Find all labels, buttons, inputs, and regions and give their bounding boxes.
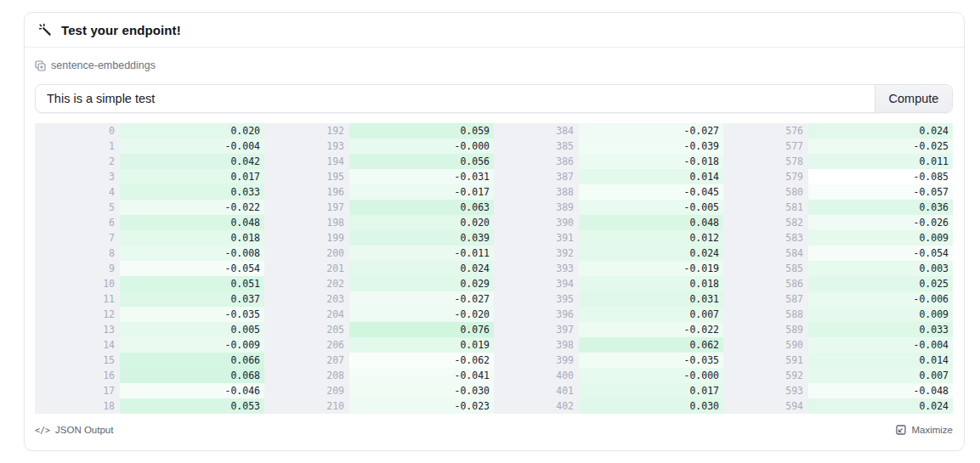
embedding-value-cell: -0.027 xyxy=(349,291,494,307)
embedding-index-cell: 389 xyxy=(494,200,579,215)
embedding-value-cell: -0.041 xyxy=(349,368,494,383)
embedding-index-cell: 209 xyxy=(264,383,349,398)
embedding-value-cell: -0.031 xyxy=(349,169,494,184)
embedding-index-cell: 384 xyxy=(494,123,579,138)
embedding-value-cell: 0.007 xyxy=(808,368,953,383)
compute-button[interactable]: Compute xyxy=(875,85,952,112)
embedding-index-cell: 3 xyxy=(35,169,120,184)
embedding-value-cell: -0.027 xyxy=(579,123,723,138)
embedding-value-cell: 0.011 xyxy=(808,154,953,169)
embedding-value-cell: -0.017 xyxy=(349,184,494,200)
embedding-value-cell: -0.004 xyxy=(808,337,953,353)
embedding-index-cell: 0 xyxy=(35,123,120,138)
embedding-value-cell: 0.056 xyxy=(349,154,494,169)
embedding-value-cell: 0.009 xyxy=(808,230,953,246)
embedding-value-cell: 0.018 xyxy=(579,276,723,291)
embedding-value-cell: -0.004 xyxy=(120,138,264,154)
embedding-index-cell: 4 xyxy=(35,184,120,200)
embedding-value-cell: -0.026 xyxy=(808,215,953,230)
embedding-value-cell: 0.007 xyxy=(579,307,723,322)
embedding-index-cell: 15 xyxy=(35,353,120,368)
embedding-value-cell: 0.048 xyxy=(120,215,264,230)
maximize-button[interactable]: Maximize xyxy=(896,425,953,435)
embedding-index-cell: 18 xyxy=(35,398,120,414)
embedding-value-cell: 0.066 xyxy=(120,353,264,368)
embedding-index-cell: 206 xyxy=(264,337,349,353)
model-name: sentence-embeddings xyxy=(51,59,156,71)
embedding-index-cell: 388 xyxy=(494,184,579,200)
embedding-value-cell: -0.023 xyxy=(349,398,494,414)
embedding-value-cell: 0.042 xyxy=(120,154,264,169)
embedding-index-cell: 17 xyxy=(35,383,120,398)
json-output-toggle[interactable]: </> JSON Output xyxy=(35,425,113,435)
embedding-value-cell: 0.030 xyxy=(579,398,723,414)
embedding-index-cell: 392 xyxy=(494,246,579,261)
embedding-value-cell: 0.017 xyxy=(579,383,723,398)
embedding-index-cell: 9 xyxy=(35,261,120,276)
embedding-value-cell: -0.045 xyxy=(579,184,723,200)
endpoint-test-widget: Test your endpoint! sentence-embeddings … xyxy=(24,12,965,451)
embedding-value-cell: 0.018 xyxy=(120,230,264,246)
embedding-index-cell: 205 xyxy=(264,322,349,337)
embedding-value-cell: -0.020 xyxy=(349,307,494,322)
maximize-label: Maximize xyxy=(911,425,953,435)
maximize-icon xyxy=(896,425,906,435)
embedding-index-cell: 10 xyxy=(35,276,120,291)
embedding-index-cell: 585 xyxy=(723,261,808,276)
embedding-value-cell: -0.035 xyxy=(579,353,723,368)
embedding-index-cell: 390 xyxy=(494,215,579,230)
embedding-index-cell: 578 xyxy=(723,154,808,169)
embedding-value-cell: -0.008 xyxy=(120,246,264,261)
query-input[interactable] xyxy=(36,85,875,112)
embedding-index-cell: 393 xyxy=(494,261,579,276)
embedding-index-cell: 594 xyxy=(723,398,808,414)
embedding-value-cell: 0.014 xyxy=(579,169,723,184)
embedding-value-cell: 0.025 xyxy=(808,276,953,291)
embedding-value-cell: -0.009 xyxy=(120,337,264,353)
embeddings-output-table[interactable]: 00.0201920.059384-0.0275760.0241-0.00419… xyxy=(35,123,953,414)
embedding-value-cell: 0.029 xyxy=(349,276,494,291)
embedding-value-cell: -0.030 xyxy=(349,383,494,398)
embedding-index-cell: 592 xyxy=(723,368,808,383)
embedding-index-cell: 386 xyxy=(494,154,579,169)
embedding-index-cell: 395 xyxy=(494,291,579,307)
embedding-index-cell: 192 xyxy=(264,123,349,138)
embedding-index-cell: 14 xyxy=(35,337,120,353)
embedding-index-cell: 193 xyxy=(264,138,349,154)
embedding-index-cell: 194 xyxy=(264,154,349,169)
widget-footer: </> JSON Output Maximize xyxy=(25,425,964,450)
embedding-index-cell: 198 xyxy=(264,215,349,230)
embedding-value-cell: -0.000 xyxy=(349,138,494,154)
embedding-value-cell: 0.020 xyxy=(349,215,494,230)
embedding-index-cell: 196 xyxy=(264,184,349,200)
query-form: Compute xyxy=(35,84,953,113)
embedding-index-cell: 2 xyxy=(35,154,120,169)
embedding-value-cell: 0.024 xyxy=(579,246,723,261)
embedding-index-cell: 402 xyxy=(494,398,579,414)
embedding-index-cell: 5 xyxy=(35,200,120,215)
embedding-value-cell: 0.005 xyxy=(120,322,264,337)
model-link[interactable]: sentence-embeddings xyxy=(35,59,156,71)
embedding-index-cell: 200 xyxy=(264,246,349,261)
embedding-index-cell: 580 xyxy=(723,184,808,200)
embedding-value-cell: 0.031 xyxy=(579,291,723,307)
embedding-index-cell: 398 xyxy=(494,337,579,353)
embedding-index-cell: 391 xyxy=(494,230,579,246)
embedding-value-cell: 0.076 xyxy=(349,322,494,337)
embedding-value-cell: -0.054 xyxy=(808,246,953,261)
embedding-value-cell: -0.006 xyxy=(808,291,953,307)
embedding-value-cell: -0.025 xyxy=(808,138,953,154)
embedding-value-cell: -0.019 xyxy=(579,261,723,276)
embedding-index-cell: 576 xyxy=(723,123,808,138)
embedding-index-cell: 204 xyxy=(264,307,349,322)
embedding-index-cell: 587 xyxy=(723,291,808,307)
embedding-index-cell: 199 xyxy=(264,230,349,246)
embedding-value-cell: 0.024 xyxy=(808,398,953,414)
embedding-index-cell: 7 xyxy=(35,230,120,246)
embedding-index-cell: 202 xyxy=(264,276,349,291)
embedding-value-cell: -0.005 xyxy=(579,200,723,215)
embedding-value-cell: 0.003 xyxy=(808,261,953,276)
embedding-value-cell: 0.012 xyxy=(579,230,723,246)
embedding-value-cell: 0.037 xyxy=(120,291,264,307)
code-icon: </> xyxy=(35,426,50,435)
